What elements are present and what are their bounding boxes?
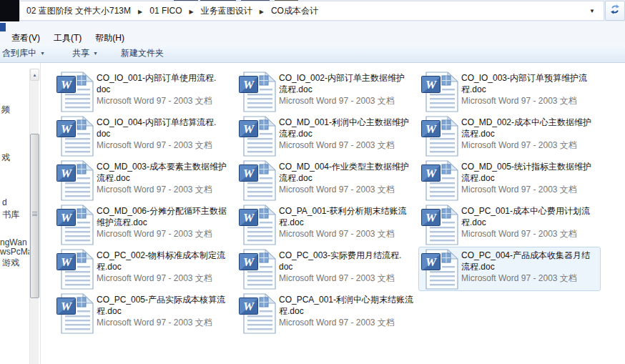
file-tile[interactable]: W CO_MD_002-成本中心主数据维护 流程.doc Microsoft W… [418, 114, 601, 158]
word-doc-icon: W [239, 205, 276, 248]
svg-text:W: W [61, 78, 73, 92]
word-doc-icon: W [239, 116, 276, 159]
file-tile-text: CO_MD_005-统计指标主数据维护 流程.doc Microsoft Wor… [461, 159, 591, 195]
svg-text:W: W [61, 300, 73, 313]
toolbar-button[interactable]: 共享▼ [69, 45, 102, 62]
sidebar-tree-item[interactable]: 戏 [1, 152, 10, 164]
file-tile-text: CO_MD_003-成本要素主数据维护 流程.doc Microsoft Wor… [97, 159, 227, 195]
breadcrumb-segment[interactable]: 02 蓝图阶段 文件大小713M [26, 4, 132, 17]
word-doc-icon: W [56, 293, 94, 337]
file-tile[interactable]: W CO_PC_003-实际费用月结流程. doc Microsoft Word… [236, 247, 418, 291]
file-tile[interactable]: W CO_IO_003-内部订单预算维护流 程.doc Microsoft Wo… [418, 69, 601, 114]
file-tile-text: CO_PC_004-产品成本收集器月结 流程.doc Microsoft Wor… [461, 248, 590, 284]
refresh-button[interactable] [605, 1, 625, 21]
word-doc-icon: W [421, 72, 458, 115]
file-type: Microsoft Word 97 - 2003 文档 [461, 139, 591, 151]
file-tile-text: CO_PC_002-物料标准成本制定流 程.doc Microsoft Word… [97, 248, 225, 284]
sidebar-tree-item[interactable]: 书库 [2, 209, 19, 221]
file-type: Microsoft Word 97 - 2003 文档 [97, 228, 227, 240]
file-tile-text: CO_MD_001-利润中心主数据维护 流程.doc Microsoft Wor… [279, 115, 409, 151]
word-doc-icon: W [239, 249, 276, 292]
main-area: 频戏d书库ngWanwsPcMa游戏 ▲ W CO_ [0, 63, 625, 364]
sidebar-tree-item[interactable]: 频 [1, 104, 10, 116]
file-tile[interactable]: W CO_PCA_001-利润中心期末结账流 程.doc Microsoft W… [236, 291, 418, 335]
sidebar-tree-item[interactable]: wsPcMa [0, 247, 32, 257]
svg-text:W: W [425, 122, 438, 136]
file-type: Microsoft Word 97 - 2003 文档 [279, 95, 405, 107]
file-tile[interactable]: W CO_IO_004-内部订单结算流程. doc Microsoft Word… [54, 114, 236, 158]
file-tile-text: CO_PC_003-实际费用月结流程. doc Microsoft Word 9… [279, 248, 401, 284]
file-tile[interactable]: W CO_PC_004-产品成本收集器月结 流程.doc Microsoft W… [418, 247, 601, 291]
svg-text:W: W [425, 211, 438, 225]
file-tile[interactable]: W CO_MD_003-成本要素主数据维护 流程.doc Microsoft W… [54, 158, 236, 202]
address-bar[interactable]: 02 蓝图阶段 文件大小713M▶01 FICO▶业务蓝图设计▶CO成本会计 ▼ [19, 1, 604, 21]
toolbar-button[interactable]: 新建文件夹 [117, 45, 167, 62]
file-tile-text: CO_IO_001-内部订单使用流程. doc Microsoft Word 9… [97, 71, 216, 107]
file-type: Microsoft Word 97 - 2003 文档 [461, 272, 590, 284]
file-type: Microsoft Word 97 - 2003 文档 [97, 317, 225, 328]
svg-text:W: W [425, 78, 438, 92]
file-tile-text: CO_MD_004-作业类型主数据维护 流程.doc Microsoft Wor… [279, 159, 409, 195]
sidebar-tree-item[interactable]: d [2, 197, 7, 207]
sidebar-tree-item[interactable]: ngWan [0, 237, 27, 247]
menu-band [0, 21, 625, 31]
breadcrumb-segment[interactable]: 01 FICO [149, 4, 182, 17]
breadcrumb-segment[interactable]: 业务蓝图设计 [200, 4, 253, 17]
chevron-down-icon[interactable]: ▼ [585, 8, 599, 14]
navigation-pane: 频戏d书库ngWanwsPcMa游戏 ▲ [0, 63, 41, 364]
breadcrumb-arrow-icon: ▶ [183, 9, 200, 15]
breadcrumb-segment[interactable]: CO成本会计 [270, 4, 319, 17]
file-tile[interactable]: W CO_PA_001-获利分析期末结账流 程.doc Microsoft Wo… [236, 202, 418, 247]
file-tile[interactable]: W CO_IO_001-内部订单使用流程. doc Microsoft Word… [54, 69, 236, 114]
file-type: Microsoft Word 97 - 2003 文档 [461, 95, 587, 107]
dropdown-arrow-icon: ▼ [40, 51, 45, 56]
address-bar-row: 02 蓝图阶段 文件大小713M▶01 FICO▶业务蓝图设计▶CO成本会计 ▼ [0, 0, 625, 21]
scrollbar-thumb[interactable] [30, 134, 39, 298]
word-doc-icon: W [56, 205, 94, 248]
file-tile-text: CO_IO_002-内部订单主数据维护 流程.doc Microsoft Wor… [279, 71, 405, 107]
file-tile[interactable]: W CO_MD_005-统计指标主数据维护 流程.doc Microsoft W… [418, 158, 601, 202]
toolbar-button[interactable]: 含到库中▼ [0, 45, 49, 62]
toolbar-button-label: 含到库中 [2, 47, 36, 59]
refresh-icon [609, 4, 621, 18]
scroll-up-icon[interactable]: ▲ [30, 69, 39, 81]
file-type: Microsoft Word 97 - 2003 文档 [279, 317, 413, 328]
file-tile-text: CO_PCA_001-利润中心期末结账流 程.doc Microsoft Wor… [279, 292, 413, 328]
file-name: CO_MD_004-作业类型主数据维护 流程.doc [279, 161, 409, 184]
word-doc-icon: W [239, 72, 276, 115]
file-type: Microsoft Word 97 - 2003 文档 [279, 184, 409, 195]
menu-item[interactable]: 查看(V) [9, 31, 42, 45]
file-name: CO_MD_001-利润中心主数据维护 流程.doc [279, 117, 409, 139]
svg-text:W: W [243, 122, 255, 136]
file-tile[interactable]: W CO_MD_006-分摊分配循环主数据 维护流程.doc Microsoft… [54, 202, 236, 247]
word-doc-icon: W [56, 116, 94, 159]
file-name: CO_IO_004-内部订单结算流程. doc [97, 117, 216, 139]
menu-item[interactable]: 帮助(H) [93, 31, 127, 45]
word-doc-icon: W [421, 116, 458, 159]
file-tile-text: CO_IO_004-内部订单结算流程. doc Microsoft Word 9… [97, 115, 216, 151]
file-tile[interactable]: W CO_IO_002-内部订单主数据维护 流程.doc Microsoft W… [236, 69, 418, 114]
command-toolbar: 含到库中▼共享▼新建文件夹 [0, 44, 625, 63]
file-type: Microsoft Word 97 - 2003 文档 [279, 228, 406, 240]
menu-item[interactable]: 工具(T) [51, 31, 84, 45]
svg-text:W: W [61, 167, 73, 180]
file-name: CO_MD_005-统计指标主数据维护 流程.doc [461, 161, 591, 184]
file-tile[interactable]: W CO_PC_001-成本中心费用计划流 程.doc Microsoft Wo… [418, 202, 601, 247]
file-tile-text: CO_PC_001-成本中心费用计划流 程.doc Microsoft Word… [461, 204, 590, 240]
word-doc-icon: W [421, 160, 458, 204]
file-tile[interactable]: W CO_MD_001-利润中心主数据维护 流程.doc Microsoft W… [236, 114, 418, 158]
file-name: CO_IO_001-内部订单使用流程. doc [97, 72, 216, 95]
sidebar-tree-item[interactable]: 游戏 [2, 257, 19, 269]
file-type: Microsoft Word 97 - 2003 文档 [461, 184, 591, 195]
file-name: CO_MD_002-成本中心主数据维护 流程.doc [461, 117, 591, 139]
sidebar-scrollbar[interactable]: ▲ [29, 69, 39, 364]
file-name: CO_MD_003-成本要素主数据维护 流程.doc [97, 161, 227, 184]
svg-text:W: W [61, 255, 73, 269]
file-tile[interactable]: W CO_MD_004-作业类型主数据维护 流程.doc Microsoft W… [236, 158, 418, 202]
breadcrumb-arrow-icon: ▶ [132, 9, 149, 15]
file-tile[interactable]: W CO_PC_002-物料标准成本制定流 程.doc Microsoft Wo… [54, 247, 236, 291]
svg-text:W: W [61, 211, 73, 225]
file-tile[interactable]: W CO_PC_005-产品实际成本核算流 程.doc Microsoft Wo… [54, 291, 236, 335]
svg-text:W: W [243, 167, 255, 180]
svg-text:W: W [243, 211, 255, 225]
